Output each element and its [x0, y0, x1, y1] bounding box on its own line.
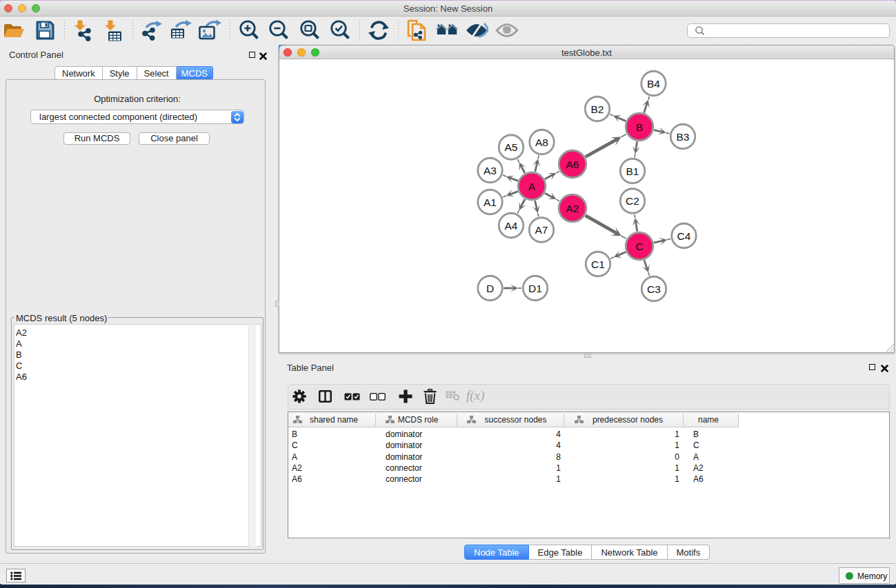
svg-text:B2: B2 — [591, 103, 604, 115]
svg-text:C2: C2 — [626, 195, 639, 207]
svg-text:C1: C1 — [591, 258, 605, 270]
svg-text:C: C — [635, 241, 643, 252]
svg-text:D1: D1 — [528, 283, 542, 294]
svg-text:A7: A7 — [535, 224, 548, 236]
svg-text:B1: B1 — [626, 165, 639, 177]
svg-text:B3: B3 — [677, 131, 690, 143]
svg-text:B4: B4 — [647, 78, 660, 90]
svg-text:A8: A8 — [535, 136, 548, 148]
svg-text:A5: A5 — [505, 141, 518, 153]
svg-text:A2: A2 — [566, 203, 579, 214]
svg-text:A6: A6 — [566, 159, 579, 170]
svg-text:C4: C4 — [677, 230, 691, 242]
svg-text:A3: A3 — [484, 165, 497, 176]
svg-text:D: D — [486, 283, 494, 294]
svg-text:B: B — [636, 121, 643, 133]
svg-text:C3: C3 — [647, 283, 661, 295]
svg-text:A: A — [528, 181, 536, 192]
svg-text:A4: A4 — [505, 220, 518, 232]
svg-text:A1: A1 — [484, 196, 497, 208]
